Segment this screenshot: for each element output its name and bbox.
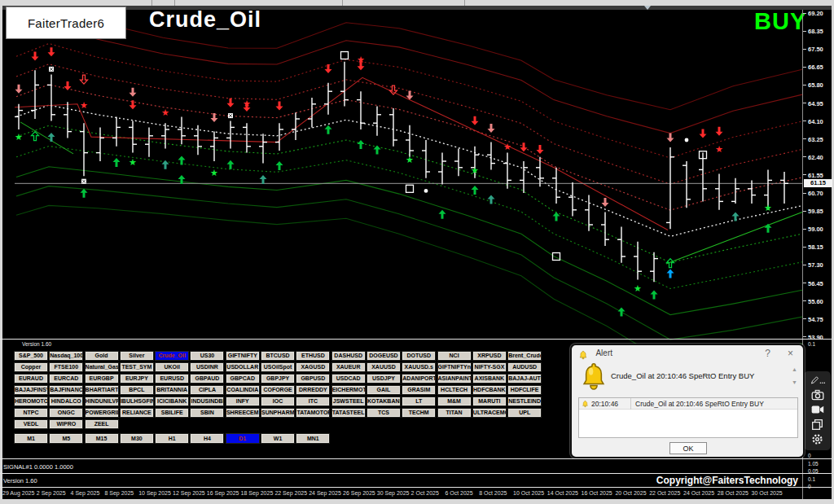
timeframe-button-h1[interactable]: H1 (155, 433, 189, 444)
symbol-button-usdcad[interactable]: USDCAD (331, 374, 366, 383)
scroll-up-icon[interactable]: ▲ (792, 366, 797, 372)
symbol-button-dotusd[interactable]: DOTUSD (402, 351, 436, 361)
symbol-button-itc[interactable]: ITC (296, 397, 330, 406)
symbol-button-bpcl[interactable]: BPCL (120, 385, 154, 395)
symbol-button-silver[interactable]: Silver (120, 351, 154, 361)
help-button[interactable]: ? (765, 348, 770, 359)
symbol-button-xauusd[interactable]: XAUUSD (367, 362, 401, 372)
symbol-button-gail[interactable]: GAIL (367, 385, 401, 395)
symbol-button-zeel[interactable]: ZEEL (85, 419, 119, 429)
timeframe-button-m30[interactable]: M30 (120, 433, 154, 444)
timeframe-button-d1[interactable]: D1 (226, 433, 260, 444)
symbol-button-brent-crude[interactable]: Brent_Crude (507, 351, 542, 361)
symbol-button-nifty-sgx[interactable]: NIFTY-SGX (472, 362, 507, 372)
symbol-button-heromotoco[interactable]: HEROMOTOCO (14, 397, 48, 406)
symbol-button-eurgbp[interactable]: EURGBP (85, 374, 119, 383)
symbol-button-icicibank[interactable]: ICICIBANK (155, 397, 189, 406)
symbol-button-eichermot[interactable]: EICHERMOT (331, 385, 366, 395)
symbol-button-bajfinance[interactable]: BAJFINANCE (49, 385, 83, 395)
symbol-button-giftnifty[interactable]: GIFTNIFTY (226, 351, 260, 361)
symbol-button-crude-oil[interactable]: Crude_Oil (155, 351, 189, 361)
symbol-button-wipro[interactable]: WIPRO (49, 419, 83, 429)
timeframe-button-w1[interactable]: W1 (261, 433, 295, 444)
symbol-button-hcltech[interactable]: HCLTECH (437, 385, 472, 395)
symbol-button-shreecem[interactable]: SHREECEM (226, 408, 260, 418)
symbol-button-jswsteel[interactable]: JSWSTEEL (331, 397, 366, 406)
symbol-button-giftniftyn[interactable]: GIFTNIFTYn (437, 362, 472, 372)
symbol-button-ibulhsgfin[interactable]: IBULHSGFIN (120, 397, 154, 406)
annotate-icon[interactable] (810, 373, 826, 388)
symbol-button-xrpusd[interactable]: XRPUSD (472, 351, 507, 361)
symbol-button-euraud[interactable]: EURAUD (14, 374, 48, 383)
symbol-button-axisbank[interactable]: AXISBANK (472, 374, 507, 383)
timeframe-button-m5[interactable]: M5 (49, 433, 83, 444)
symbol-button-btcusd[interactable]: BTCUSD (261, 351, 295, 361)
symbol-button-infy[interactable]: INFY (226, 397, 260, 406)
symbol-button-reliance[interactable]: RELIANCE (120, 408, 154, 418)
symbol-button-ethusd[interactable]: ETHUSD (296, 351, 330, 361)
symbol-button-nci[interactable]: NCI (437, 351, 472, 361)
symbol-button-cipla[interactable]: CIPLA (190, 385, 224, 395)
symbol-button-asianpaint[interactable]: ASIANPAINT (437, 374, 472, 383)
close-icon[interactable]: × (788, 348, 793, 359)
symbol-button-coalindia[interactable]: COALINDIA (226, 385, 260, 395)
timeframe-button-m1[interactable]: M1 (14, 433, 48, 444)
symbol-button-hdfclife[interactable]: HDFCLIFE (507, 385, 542, 395)
symbol-button-ultracemco[interactable]: ULTRACEMCO (472, 408, 507, 418)
symbol-button-gbpusd[interactable]: GBPUSD (296, 374, 330, 383)
symbol-button-nasdaq-100[interactable]: Nasdaq_100 (49, 351, 83, 361)
symbol-button-ukoil[interactable]: UKOil (155, 362, 189, 372)
symbol-button-titan[interactable]: TITAN (437, 408, 472, 418)
symbol-button-bhartiartl[interactable]: BHARTIARTL (85, 385, 119, 395)
symbol-button-vedl[interactable]: VEDL (14, 419, 48, 429)
symbol-button-eurusd[interactable]: EURUSD (155, 374, 189, 383)
symbol-button-hindalco[interactable]: HINDALCO (49, 397, 83, 406)
symbol-button-bajajfinsv[interactable]: BAJAJFINSV (14, 385, 48, 395)
copy-icon[interactable] (810, 417, 826, 432)
symbol-button-ongc[interactable]: ONGC (49, 408, 83, 418)
symbol-button-usdinr[interactable]: USDINR (190, 362, 224, 372)
symbol-button-test-sym[interactable]: TEST_SYM (120, 362, 154, 372)
symbol-button-sbin[interactable]: SBIN (190, 408, 224, 418)
symbol-button-eurjpy[interactable]: EURJPY (120, 374, 154, 383)
symbol-button-ntpc[interactable]: NTPC (14, 408, 48, 418)
timeframe-button-m15[interactable]: M15 (85, 433, 119, 444)
symbol-button-grasim[interactable]: GRASIM (402, 385, 436, 395)
symbol-button-natural-gas[interactable]: Natural_Gas (85, 362, 119, 372)
symbol-button-techm[interactable]: TECHM (402, 408, 436, 418)
alert-title-bar[interactable]: Alert ? × (572, 345, 803, 363)
symbol-button-sunpharma[interactable]: SUNPHARMA (261, 408, 295, 418)
symbol-button-usoilspot[interactable]: USOilSpot (261, 362, 295, 372)
camera-icon[interactable] (810, 388, 826, 402)
chart-shift-marker-icon[interactable] (644, 6, 651, 10)
video-camera-icon[interactable] (810, 402, 826, 417)
symbol-button-eurcad[interactable]: EURCAD (49, 374, 83, 383)
symbol-button-coforge[interactable]: COFORGE (261, 385, 295, 395)
alert-history-list[interactable]: 20:10:46 Crude_Oil at 20:10:46 SpeRtO En… (578, 397, 798, 438)
ok-button[interactable]: OK (669, 442, 707, 454)
symbol-button-indusindbk[interactable]: INDUSINDBK (190, 397, 224, 406)
symbol-button-hdfcbank[interactable]: HDFCBANK (472, 385, 507, 395)
symbol-button-nestleind[interactable]: NESTLEIND (507, 397, 542, 406)
symbol-button-gbpaud[interactable]: GBPAUD (190, 374, 224, 383)
symbol-button-xagusd[interactable]: XAGUSD (296, 362, 330, 372)
symbol-button-hindunilvr[interactable]: HINDUNILVR (85, 397, 119, 406)
symbol-button-us30[interactable]: US30 (190, 351, 224, 361)
symbol-button-britannia[interactable]: BRITANNIA (155, 385, 189, 395)
symbol-button-audusd[interactable]: AUDUSD (507, 362, 542, 372)
symbol-button-tatamotors[interactable]: TATAMOTORS (296, 408, 330, 418)
alert-list-item[interactable]: 20:10:46 Crude_Oil at 20:10:46 SpeRtO En… (579, 398, 797, 410)
symbol-button-xauusd-s[interactable]: XAUUSD.s (402, 362, 436, 372)
timeframe-button-mn1[interactable]: MN1 (296, 433, 330, 444)
symbol-button-xaueur[interactable]: XAUEUR (331, 362, 366, 372)
symbol-button-sbilife[interactable]: SBILIFE (155, 408, 189, 418)
symbol-button-tatasteel[interactable]: TATASTEEL (331, 408, 366, 418)
symbol-button-ioc[interactable]: IOC (261, 397, 295, 406)
symbol-button-gold[interactable]: Gold (85, 351, 119, 361)
scroll-down-icon[interactable]: ▼ (792, 379, 797, 385)
symbol-button-gbpjpy[interactable]: GBPJPY (261, 374, 295, 383)
symbol-button-gbpcad[interactable]: GBPCAD (226, 374, 260, 383)
symbol-button-drreddy[interactable]: DRREDDY (296, 385, 330, 395)
symbol-button-bajaj-auto[interactable]: BAJAJ-AUTO (507, 374, 542, 383)
symbol-button-adaniports[interactable]: ADANIPORTS (402, 374, 436, 383)
